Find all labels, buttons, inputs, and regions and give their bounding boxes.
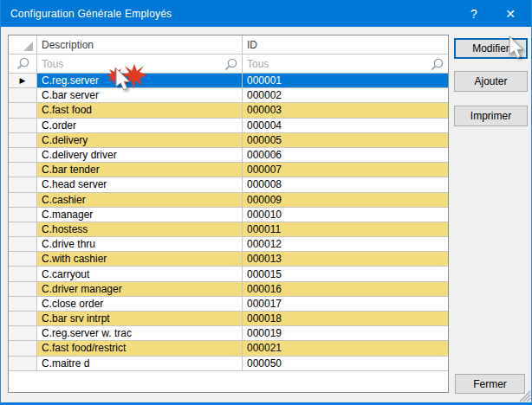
- row-header-cell[interactable]: [9, 103, 37, 118]
- description-cell[interactable]: C.delivery driver: [37, 148, 243, 163]
- row-header-cell[interactable]: [9, 119, 37, 133]
- table-row[interactable]: C.fast food/restrict000021: [9, 341, 448, 356]
- row-header-cell[interactable]: [9, 267, 37, 281]
- description-cell[interactable]: C.bar server: [37, 88, 243, 103]
- id-cell[interactable]: 000012: [243, 237, 448, 252]
- resize-grip[interactable]: [516, 388, 531, 402]
- id-cell[interactable]: 000001: [243, 74, 448, 88]
- table-row[interactable]: ▶C.reg.server000001: [9, 74, 448, 88]
- id-cell[interactable]: 000016: [243, 282, 448, 297]
- table-row[interactable]: C.with cashier000013: [9, 252, 448, 267]
- description-cell[interactable]: C.cashier: [37, 193, 243, 208]
- description-cell[interactable]: C.fast food: [37, 103, 243, 118]
- window-title: Configuration Générale Employés: [1, 8, 172, 20]
- description-cell[interactable]: C.driver manager: [37, 282, 243, 297]
- id-cell[interactable]: 000011: [243, 222, 448, 237]
- id-cell[interactable]: 000010: [243, 208, 448, 222]
- filter-input-description[interactable]: Tous: [37, 55, 243, 74]
- description-cell[interactable]: C.carryout: [37, 267, 243, 281]
- row-header-cell[interactable]: [9, 341, 37, 356]
- row-header-cell[interactable]: [9, 148, 37, 163]
- ajouter-button[interactable]: Ajouter: [454, 71, 528, 92]
- description-cell[interactable]: C.bar srv intrpt: [37, 312, 243, 326]
- row-header-cell[interactable]: [9, 88, 37, 103]
- description-cell[interactable]: C.delivery: [37, 133, 243, 148]
- id-cell[interactable]: 000021: [243, 341, 448, 356]
- table-row[interactable]: C.fast food000003: [9, 103, 448, 118]
- table-row[interactable]: C.delivery driver000006: [9, 148, 448, 163]
- select-all-corner-cell[interactable]: [9, 35, 37, 55]
- row-header-cell[interactable]: [9, 326, 37, 341]
- row-header-cell[interactable]: [9, 252, 37, 267]
- table-row[interactable]: C.manager000010: [9, 208, 448, 222]
- id-cell[interactable]: 000050: [243, 357, 448, 371]
- table-row[interactable]: C.order000004: [9, 119, 448, 133]
- row-header-cell[interactable]: [9, 282, 37, 297]
- id-cell[interactable]: 000015: [243, 267, 448, 281]
- id-cell[interactable]: 000004: [243, 119, 448, 133]
- id-cell[interactable]: 000017: [243, 297, 448, 312]
- filter-input-id[interactable]: Tous: [243, 55, 448, 74]
- filter-row-header-cell[interactable]: [9, 55, 37, 74]
- row-header-cell[interactable]: ▶: [9, 74, 37, 88]
- id-cell[interactable]: 000019: [243, 326, 448, 341]
- description-cell[interactable]: C.close order: [37, 297, 243, 312]
- id-cell[interactable]: 000013: [243, 252, 448, 267]
- description-cell[interactable]: C.reg.server: [37, 74, 243, 88]
- row-header-cell[interactable]: [9, 193, 37, 208]
- description-cell[interactable]: C.with cashier: [37, 252, 243, 267]
- table-row[interactable]: C.hostess000011: [9, 222, 448, 237]
- grid-header-row: Description ID: [9, 35, 448, 55]
- row-header-cell[interactable]: [9, 222, 37, 237]
- column-header-id[interactable]: ID: [243, 35, 448, 55]
- row-header-cell[interactable]: [9, 237, 37, 252]
- fermer-button[interactable]: Fermer: [455, 374, 525, 394]
- close-button[interactable]: ✕: [497, 0, 523, 27]
- description-cell[interactable]: C.bar tender: [37, 163, 243, 177]
- filter-placeholder-description: Tous: [42, 58, 63, 70]
- modifier-button[interactable]: Modifier: [454, 38, 528, 59]
- description-cell[interactable]: C.fast food/restrict: [37, 341, 243, 356]
- row-header-cell[interactable]: [9, 357, 37, 371]
- table-row[interactable]: C.cashier000009: [9, 193, 448, 208]
- id-cell[interactable]: 000002: [243, 88, 448, 103]
- table-row[interactable]: C.bar srv intrpt000018: [9, 312, 448, 326]
- id-cell[interactable]: 000006: [243, 148, 448, 163]
- table-row[interactable]: C.drive thru000012: [9, 237, 448, 252]
- row-header-cell[interactable]: [9, 133, 37, 148]
- table-row[interactable]: C.maitre d000050: [9, 357, 448, 371]
- row-header-cell[interactable]: [9, 312, 37, 326]
- description-cell[interactable]: C.head server: [37, 177, 243, 192]
- title-bar: Configuration Générale Employés ? ✕: [1, 0, 531, 27]
- table-row[interactable]: C.carryout000015: [9, 267, 448, 281]
- table-row[interactable]: C.close order000017: [9, 297, 448, 312]
- id-cell[interactable]: 000007: [243, 163, 448, 177]
- table-row[interactable]: C.bar server000002: [9, 88, 448, 103]
- description-cell[interactable]: C.manager: [37, 208, 243, 222]
- description-cell[interactable]: C.reg.server w. trac: [37, 326, 243, 341]
- description-cell[interactable]: C.maitre d: [37, 357, 243, 371]
- table-row[interactable]: C.reg.server w. trac000019: [9, 326, 448, 341]
- table-row[interactable]: C.driver manager000016: [9, 282, 448, 297]
- id-cell[interactable]: 000005: [243, 133, 448, 148]
- row-header-cell[interactable]: [9, 177, 37, 192]
- row-header-cell[interactable]: [9, 297, 37, 312]
- dialog-window: Configuration Générale Employés ? ✕ Desc…: [0, 0, 532, 405]
- id-cell[interactable]: 000008: [243, 177, 448, 192]
- table-row[interactable]: C.delivery000005: [9, 133, 448, 148]
- row-header-cell[interactable]: [9, 208, 37, 222]
- employee-grid: Description ID Tous Tous: [8, 35, 449, 393]
- column-header-description[interactable]: Description: [37, 35, 243, 55]
- corner-triangle-icon: [23, 42, 33, 51]
- id-cell[interactable]: 000018: [243, 312, 448, 326]
- row-header-cell[interactable]: [9, 163, 37, 177]
- description-cell[interactable]: C.hostess: [37, 222, 243, 237]
- description-cell[interactable]: C.order: [37, 119, 243, 133]
- id-cell[interactable]: 000003: [243, 103, 448, 118]
- description-cell[interactable]: C.drive thru: [37, 237, 243, 252]
- imprimer-button[interactable]: Imprimer: [454, 106, 528, 126]
- help-button[interactable]: ?: [461, 0, 487, 27]
- table-row[interactable]: C.head server000008: [9, 177, 448, 192]
- table-row[interactable]: C.bar tender000007: [9, 163, 448, 177]
- id-cell[interactable]: 000009: [243, 193, 448, 208]
